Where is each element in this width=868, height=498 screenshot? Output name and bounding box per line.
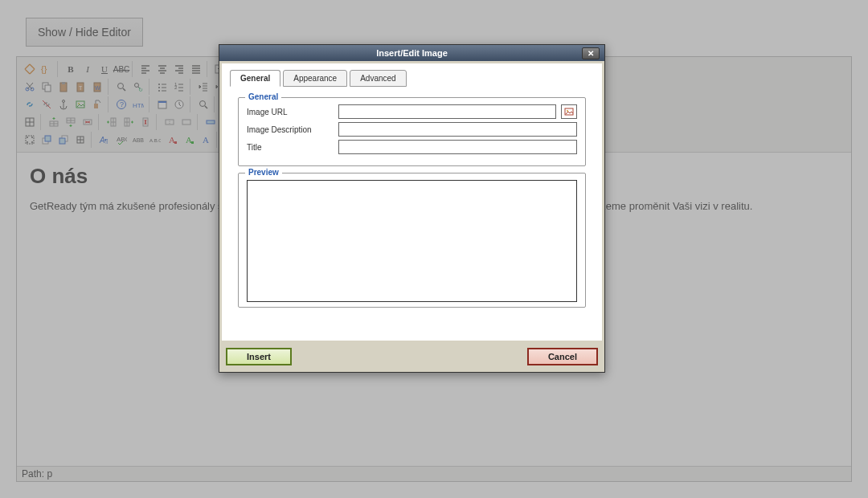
general-fieldset: General Image URL Image Description Titl…	[238, 97, 586, 166]
dialog-title-bar[interactable]: Insert/Edit Image ✕	[219, 45, 604, 61]
preview-legend: Preview	[245, 168, 282, 177]
image-title-input[interactable]	[338, 140, 577, 154]
preview-fieldset: Preview	[238, 173, 586, 308]
image-desc-input[interactable]	[338, 122, 577, 137]
preview-box	[247, 180, 577, 302]
title-label: Title	[247, 143, 334, 152]
close-icon[interactable]: ✕	[582, 47, 600, 59]
image-url-input[interactable]	[338, 104, 556, 119]
tab-general[interactable]: General	[230, 70, 280, 87]
desc-label: Image Description	[247, 125, 334, 134]
browse-icon[interactable]	[561, 104, 577, 119]
insert-button[interactable]: Insert	[226, 348, 292, 365]
cancel-button[interactable]: Cancel	[527, 348, 598, 365]
dialog-tabs: General Appearance Advanced	[230, 70, 594, 87]
tab-advanced[interactable]: Advanced	[350, 70, 406, 87]
general-legend: General	[245, 92, 281, 101]
dialog-title: Insert/Edit Image	[376, 48, 448, 58]
insert-image-dialog: Insert/Edit Image ✕ General Appearance A…	[219, 44, 605, 373]
url-label: Image URL	[247, 108, 334, 116]
tab-appearance[interactable]: Appearance	[283, 70, 347, 87]
